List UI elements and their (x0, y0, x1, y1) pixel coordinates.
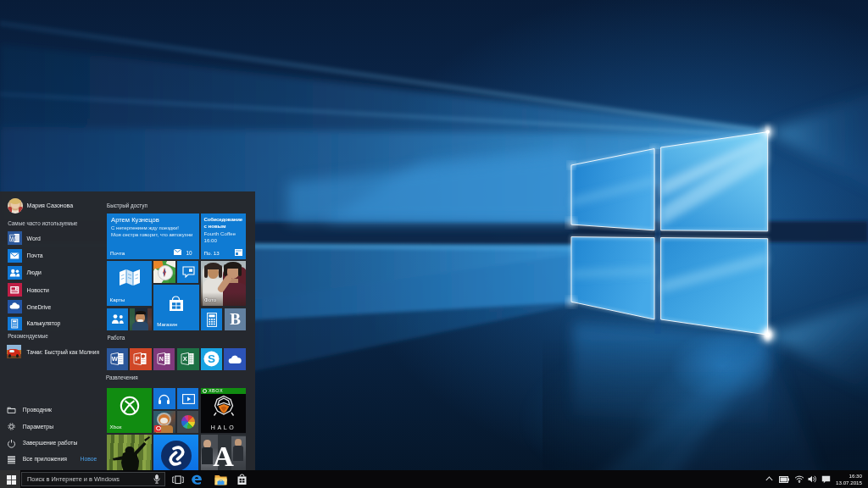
svg-text:S: S (208, 352, 215, 365)
svg-text:X: X (183, 355, 187, 363)
svg-text:W: W (111, 355, 118, 363)
svg-text:N: N (159, 355, 163, 363)
svg-text:P: P (136, 355, 140, 363)
